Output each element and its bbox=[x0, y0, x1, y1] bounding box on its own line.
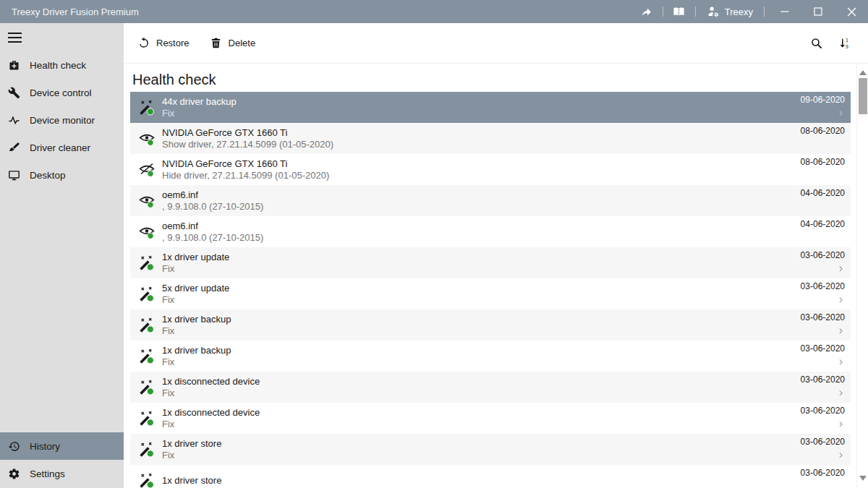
row-date: 03-06-2020 bbox=[801, 406, 845, 416]
chevron-right-icon: › bbox=[839, 388, 843, 398]
sidebar-item-desktop[interactable]: Desktop bbox=[0, 161, 124, 189]
delete-label: Delete bbox=[229, 38, 256, 48]
row-date: 08-06-2020 bbox=[801, 126, 845, 137]
minimize-button[interactable] bbox=[768, 0, 801, 23]
row-date: 03-06-2020 bbox=[801, 250, 845, 261]
scroll-up-arrow[interactable] bbox=[859, 70, 867, 75]
sidebar-item-label: Device control bbox=[30, 87, 92, 98]
row-subtitle: Fix bbox=[162, 419, 260, 430]
row-date: 04-06-2020 bbox=[801, 219, 845, 230]
row-date: 09-06-2020 bbox=[801, 95, 845, 106]
window-title: Treexy Driver Fusion Premium bbox=[12, 7, 139, 17]
row-subtitle: Fix bbox=[162, 388, 260, 399]
scrollbar[interactable] bbox=[856, 64, 868, 488]
health-check-icon bbox=[8, 59, 20, 72]
row-date: 03-06-2020 bbox=[801, 343, 845, 354]
list-item[interactable]: NVIDIA GeForce GTX 1660 Ti Show driver, … bbox=[130, 123, 851, 154]
sidebar-item-device-monitor[interactable]: Device monitor bbox=[0, 106, 124, 134]
row-title: 5x driver update bbox=[162, 283, 229, 294]
list-item[interactable]: 1x disconnected device Fix 03-06-2020 › bbox=[130, 372, 851, 403]
list-item[interactable]: 44x driver backup Fix 09-06-2020 › bbox=[130, 92, 851, 123]
page-title: Health check bbox=[132, 71, 868, 89]
maximize-button[interactable] bbox=[801, 0, 835, 23]
row-date: 03-06-2020 bbox=[801, 468, 845, 479]
row-title: 1x driver store bbox=[162, 475, 221, 487]
restore-button[interactable]: Restore bbox=[137, 37, 190, 49]
row-subtitle: Fix bbox=[162, 294, 229, 306]
eye-off-icon bbox=[139, 162, 155, 178]
history-icon bbox=[8, 440, 20, 453]
account-button[interactable]: Treexy bbox=[699, 5, 760, 18]
titlebar: Treexy Driver Fusion Premium Treexy bbox=[0, 0, 868, 23]
row-title: 1x disconnected device bbox=[162, 376, 260, 388]
row-title: NVIDIA GeForce GTX 1660 Ti bbox=[162, 158, 329, 170]
chevron-right-icon: › bbox=[839, 325, 843, 335]
list-item[interactable]: 1x driver backup Fix 03-06-2020 › bbox=[130, 341, 851, 372]
eye-icon bbox=[139, 131, 155, 147]
restore-label: Restore bbox=[156, 38, 190, 48]
titlebar-divider bbox=[764, 7, 765, 17]
trash-icon bbox=[210, 37, 222, 49]
row-date: 03-06-2020 bbox=[801, 437, 845, 448]
wand-icon bbox=[139, 317, 155, 333]
wand-icon bbox=[139, 411, 155, 427]
monitor-icon bbox=[8, 169, 20, 181]
row-title: NVIDIA GeForce GTX 1660 Ti bbox=[162, 127, 333, 139]
list-item[interactable]: oem6.inf , 9.9.108.0 (27-10-2015) 04-06-… bbox=[130, 185, 851, 216]
wand-icon bbox=[139, 442, 155, 458]
eye-icon bbox=[139, 193, 155, 209]
chevron-right-icon: › bbox=[839, 294, 843, 304]
wand-icon bbox=[139, 286, 155, 302]
row-subtitle: Fix bbox=[162, 108, 237, 119]
list-item[interactable]: 5x driver update Fix 03-06-2020 › bbox=[130, 278, 851, 309]
chevron-right-icon: › bbox=[839, 356, 843, 367]
account-name: Treexy bbox=[725, 7, 753, 17]
search-icon[interactable] bbox=[810, 37, 823, 50]
row-title: 1x disconnected device bbox=[162, 407, 260, 419]
row-date: 08-06-2020 bbox=[801, 157, 845, 168]
close-button[interactable] bbox=[835, 0, 868, 23]
eye-icon bbox=[139, 224, 155, 240]
sidebar-item-health-check[interactable]: Health check bbox=[0, 51, 124, 79]
wand-icon bbox=[139, 473, 155, 488]
scrollbar-thumb[interactable] bbox=[859, 78, 867, 114]
scroll-down-arrow[interactable] bbox=[859, 476, 867, 481]
row-date: 03-06-2020 bbox=[801, 374, 845, 385]
delete-button[interactable]: Delete bbox=[210, 37, 256, 49]
row-title: 1x driver update bbox=[162, 252, 229, 263]
list-item[interactable]: 1x driver backup Fix 03-06-2020 › bbox=[130, 309, 851, 341]
row-title: 1x driver backup bbox=[162, 314, 231, 325]
sidebar-item-label: Desktop bbox=[30, 170, 66, 181]
wrench-icon bbox=[8, 87, 20, 99]
content-area: Health check 44x driver backup Fix 09-06… bbox=[124, 64, 868, 488]
gear-icon bbox=[8, 468, 20, 480]
sidebar-item-device-control[interactable]: Device control bbox=[0, 79, 124, 106]
list-item[interactable]: 1x driver store Fix 03-06-2020 › bbox=[130, 434, 851, 465]
row-subtitle: , 9.9.108.0 (27-10-2015) bbox=[162, 201, 263, 213]
row-date: 03-06-2020 bbox=[801, 312, 845, 323]
row-date: 03-06-2020 bbox=[801, 281, 845, 292]
list-item[interactable]: 1x driver update Fix 03-06-2020 › bbox=[130, 247, 851, 278]
list-item[interactable]: NVIDIA GeForce GTX 1660 Ti Hide driver, … bbox=[130, 154, 851, 185]
toolbar: Restore Delete bbox=[124, 23, 868, 64]
list-item[interactable]: 1x driver store 03-06-2020 › bbox=[130, 465, 851, 488]
sidebar-item-label: Health check bbox=[30, 60, 86, 71]
sidebar-item-driver-cleaner[interactable]: Driver cleaner bbox=[0, 134, 124, 161]
history-list: 44x driver backup Fix 09-06-2020 › NVIDI… bbox=[130, 92, 851, 488]
sidebar-item-settings[interactable]: Settings bbox=[0, 460, 124, 487]
row-title: oem6.inf bbox=[162, 221, 263, 232]
row-date: 04-06-2020 bbox=[801, 188, 845, 199]
sort-icon[interactable]: 1 9 bbox=[838, 37, 851, 50]
row-subtitle: , 9.9.108.0 (27-10-2015) bbox=[162, 232, 263, 244]
share-icon[interactable] bbox=[634, 0, 659, 23]
main-panel: Restore Delete bbox=[124, 23, 868, 488]
titlebar-divider bbox=[695, 7, 696, 17]
app-window: Treexy Driver Fusion Premium Treexy bbox=[0, 0, 868, 488]
list-item[interactable]: oem6.inf , 9.9.108.0 (27-10-2015) 04-06-… bbox=[130, 216, 851, 247]
row-subtitle: Show driver, 27.21.14.5099 (01-05-2020) bbox=[162, 139, 333, 150]
manual-book-icon[interactable] bbox=[667, 0, 692, 23]
chevron-right-icon: › bbox=[839, 419, 843, 429]
list-item[interactable]: 1x disconnected device Fix 03-06-2020 › bbox=[130, 403, 851, 434]
sidebar-item-history[interactable]: History bbox=[0, 432, 124, 460]
menu-toggle-button[interactable] bbox=[0, 23, 124, 51]
